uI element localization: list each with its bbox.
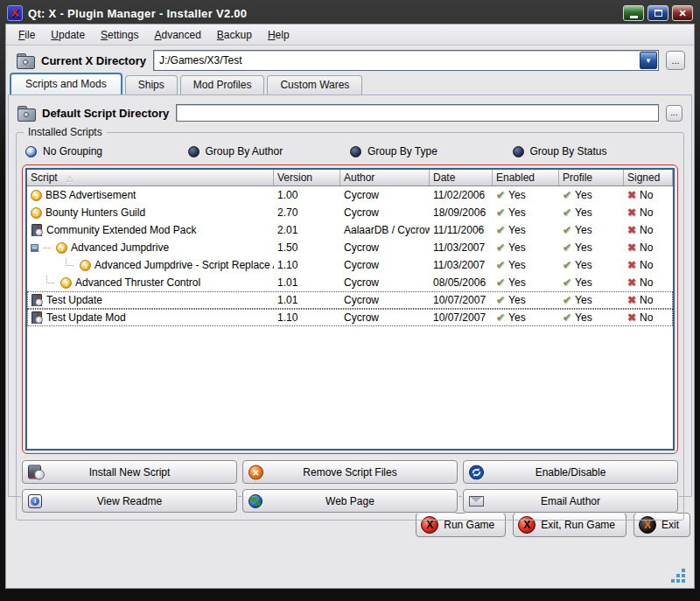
column-header-signed[interactable]: Signed: [624, 170, 673, 185]
cross-icon: ✖: [627, 276, 636, 289]
script-actions: Install New Script ✕ Remove Script Files: [22, 460, 678, 513]
script-icon: [31, 190, 42, 201]
minimize-icon: [630, 16, 638, 18]
installed-scripts-group: Installed Scripts No Grouping Group By A…: [16, 132, 684, 521]
current-directory-label: Current X Directory: [41, 54, 146, 67]
web-page-button[interactable]: Web Page: [242, 489, 458, 513]
menu-help[interactable]: Help: [261, 26, 297, 44]
info-icon: [28, 494, 42, 508]
table-body: BBS Advertisement 1.00 Cycrow 11/02/2006…: [27, 186, 673, 449]
scripts-table-frame: Script△ Version Author Date Enabled Prof…: [22, 164, 678, 454]
tab-scripts-and-mods[interactable]: Scripts and Mods: [10, 73, 122, 94]
resize-grip[interactable]: [669, 567, 685, 583]
table-row[interactable]: Advanced Jumpdrive 1.50 Cycrow 11/03/200…: [27, 239, 673, 256]
tab-bar: Scripts and Mods Ships Mod Profiles Cust…: [6, 75, 694, 94]
default-script-directory-input[interactable]: [176, 104, 659, 122]
directory-combobox[interactable]: J:/Games/X3/Test ▼: [153, 50, 659, 71]
folder-icon: [17, 53, 34, 67]
radio-group-by-type[interactable]: Group By Type: [350, 145, 513, 157]
email-icon: [469, 496, 484, 507]
check-icon: ✔: [563, 189, 571, 201]
column-header-version[interactable]: Version: [274, 170, 340, 185]
table-row[interactable]: Community Extended Mod Pack 2.01 AalaarD…: [27, 221, 673, 239]
minimize-button[interactable]: [623, 5, 644, 21]
chevron-down-icon[interactable]: ▼: [640, 52, 657, 69]
cross-icon: ✖: [627, 311, 636, 324]
check-icon: ✔: [563, 224, 571, 236]
cross-icon: ✖: [627, 259, 636, 271]
grouping-options: No Grouping Group By Author Group By Typ…: [22, 143, 678, 164]
email-author-button[interactable]: Email Author: [463, 489, 678, 513]
menu-backup[interactable]: Backup: [210, 26, 259, 44]
window-title: Qt: X - Plugin Manager - Installer V2.00: [28, 7, 618, 20]
table-row[interactable]: Advanced Jumpdrive - Script Replace Addo…: [27, 256, 673, 274]
check-icon: ✔: [496, 294, 505, 306]
remove-script-files-button[interactable]: ✕ Remove Script Files: [242, 460, 458, 484]
tab-custom-wares[interactable]: Custom Wares: [267, 75, 362, 94]
menu-bar: File Update Settings Advanced Backup Hel…: [6, 24, 694, 45]
maximize-button[interactable]: [648, 5, 668, 21]
remove-icon: ✕: [248, 465, 263, 479]
check-icon: ✔: [496, 241, 505, 254]
view-readme-button[interactable]: View Readme: [22, 489, 237, 513]
radio-selected-icon: [25, 146, 37, 157]
package-icon: [31, 294, 43, 306]
radio-label: Group By Status: [530, 145, 607, 157]
menu-update[interactable]: Update: [44, 26, 92, 44]
radio-group-by-status[interactable]: Group By Status: [513, 145, 676, 157]
radio-unselected-icon: [188, 146, 200, 157]
column-header-author[interactable]: Author: [340, 170, 430, 185]
radio-no-grouping[interactable]: No Grouping: [25, 145, 188, 157]
menu-settings[interactable]: Settings: [94, 26, 145, 44]
tree-collapse-icon[interactable]: [31, 244, 38, 252]
table-row[interactable]: BBS Advertisement 1.00 Cycrow 11/02/2006…: [27, 186, 673, 204]
install-new-script-button[interactable]: Install New Script: [22, 460, 237, 484]
menu-advanced[interactable]: Advanced: [147, 26, 207, 44]
window-controls: ✕: [623, 5, 693, 21]
install-icon: [28, 465, 45, 479]
close-button[interactable]: ✕: [672, 5, 693, 21]
enable-disable-button[interactable]: Enable/Disable: [463, 460, 678, 484]
script-icon: [80, 260, 91, 271]
folder-disc-icon: [24, 112, 29, 117]
menu-file[interactable]: File: [11, 26, 42, 44]
home-folder-icon: [18, 106, 35, 120]
radio-label: No Grouping: [43, 145, 102, 157]
script-icon: [31, 207, 42, 219]
browse-script-directory-button[interactable]: ...: [666, 105, 682, 122]
table-row[interactable]: Advanced Thruster Control 1.01 Cycrow 08…: [27, 274, 673, 291]
table-header: Script△ Version Author Date Enabled Prof…: [27, 170, 673, 186]
tab-mod-profiles[interactable]: Mod Profiles: [180, 75, 265, 94]
check-icon: ✔: [563, 206, 571, 219]
sort-ascending-icon: △: [66, 173, 74, 183]
column-header-profile[interactable]: Profile: [559, 170, 624, 185]
tree-branch-line: [44, 248, 51, 248]
table-row[interactable]: Test Update 1.01 Cycrow 10/07/2007 ✔Yes …: [27, 291, 673, 309]
radio-unselected-icon: [513, 146, 524, 157]
app-window: Qt: X - Plugin Manager - Installer V2.00…: [0, 0, 700, 601]
column-header-script[interactable]: Script△: [27, 170, 274, 185]
folder-disc-icon: [23, 59, 28, 65]
current-directory-row: Current X Directory J:/Games/X3/Test ▼ .…: [6, 45, 694, 75]
table-row[interactable]: Bounty Hunters Guild 2.70 Cycrow 18/09/2…: [27, 204, 673, 221]
default-script-directory-label: Default Script Directory: [42, 107, 169, 120]
check-icon: ✔: [563, 294, 571, 306]
column-header-enabled[interactable]: Enabled: [493, 170, 559, 185]
table-row[interactable]: Test Update Mod 1.10 Cycrow 10/07/2007 ✔…: [27, 309, 673, 326]
check-icon: ✔: [496, 311, 505, 324]
check-icon: ✔: [563, 241, 571, 254]
column-header-date[interactable]: Date: [430, 170, 493, 185]
check-icon: ✔: [563, 311, 571, 324]
check-icon: ✔: [496, 224, 505, 236]
globe-icon: [248, 494, 262, 508]
tab-ships[interactable]: Ships: [125, 75, 178, 94]
titlebar: Qt: X - Plugin Manager - Installer V2.00…: [5, 3, 695, 24]
radio-group-by-author[interactable]: Group By Author: [188, 145, 351, 157]
cross-icon: ✖: [627, 224, 636, 236]
radio-label: Group By Author: [206, 145, 284, 157]
directory-value: J:/Games/X3/Test: [154, 54, 640, 66]
cross-icon: ✖: [627, 206, 636, 219]
enable-disable-icon: [469, 465, 484, 479]
browse-directory-button[interactable]: ...: [666, 51, 685, 70]
cross-icon: ✖: [627, 241, 636, 254]
